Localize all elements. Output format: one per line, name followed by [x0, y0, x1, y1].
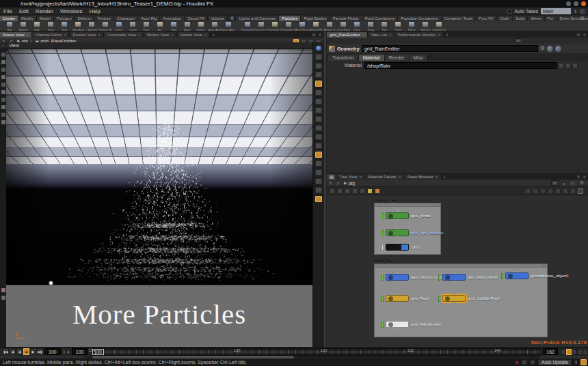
pane-tab[interactable]: Details View [177, 32, 210, 38]
network-path-context[interactable]: obj [348, 181, 354, 186]
shelf-tool[interactable]: Cone [350, 21, 364, 31]
shelf-tool[interactable]: Particles fr [282, 21, 295, 31]
shelf-tool[interactable]: Circle [126, 21, 139, 31]
node-body[interactable] [442, 295, 466, 302]
step-forward-icon[interactable]: ▶▮ [37, 348, 43, 355]
pane-tab[interactable]: Scene View [0, 32, 32, 38]
pane-maximize-icon[interactable] [576, 33, 580, 37]
handles-icon[interactable] [315, 98, 322, 104]
network-node[interactable]: geo_portal [382, 212, 430, 219]
hand-icon[interactable] [1, 60, 5, 64]
shelf-tool[interactable]: Attract Wi [309, 21, 323, 31]
close-tab-icon[interactable] [399, 175, 401, 179]
nav-back-icon[interactable]: ↰ [327, 181, 334, 186]
param-tab[interactable]: Misc [410, 55, 428, 61]
pane-menu-icon[interactable] [318, 33, 322, 37]
network-node[interactable]: grid_ColliderRoof [438, 295, 499, 302]
auto-update-spinner-icon[interactable]: ⇕ [574, 360, 578, 365]
network-node[interactable]: grid_RainEmitter [382, 321, 442, 328]
close-button[interactable] [581, 1, 586, 6]
pane-tab[interactable]: Asset Browser [404, 174, 441, 180]
shelf-tool[interactable]: L-System [85, 21, 98, 31]
flipbook-icon[interactable] [315, 196, 322, 202]
path-dropdown-icon[interactable]: ▾ [551, 180, 559, 186]
pane-menu-icon[interactable] [583, 175, 587, 179]
shelf-tool[interactable]: Metaball [71, 21, 85, 31]
node-body[interactable] [386, 244, 409, 251]
new-tab-icon[interactable]: + [442, 175, 449, 180]
frame-start-field[interactable]: 100 [44, 348, 61, 355]
node-name-field[interactable]: grid_RainEmitter [362, 45, 538, 52]
shelf-tab[interactable]: Fur [545, 16, 557, 21]
menu-item[interactable]: Help [85, 8, 103, 14]
display-flag-icon[interactable] [337, 188, 343, 194]
pane-dropdown-icon[interactable]: ▾ [514, 38, 522, 43]
shelf-tab[interactable]: Particles [279, 16, 301, 21]
shelf-tab[interactable]: Container Tools [442, 16, 477, 21]
take-selector[interactable]: Main [541, 8, 571, 14]
pin-button[interactable] [555, 46, 561, 52]
pane-tab[interactable]: Render View [70, 32, 104, 38]
new-tab-icon[interactable]: + [210, 33, 217, 38]
close-tab-icon[interactable] [64, 33, 67, 37]
collapse-caret-icon[interactable]: ◃ [1, 43, 3, 48]
close-tab-icon[interactable] [98, 33, 101, 37]
shelf-tool[interactable]: Curve Force [336, 21, 350, 31]
pointer-icon[interactable] [1, 53, 5, 57]
layout-icon[interactable] [548, 188, 553, 194]
shelf-tool[interactable]: Bone [181, 21, 194, 31]
shelf-tab[interactable]: Lights and Cameras [236, 16, 279, 21]
current-frame-field[interactable]: 100 [72, 348, 88, 355]
shelf-tool[interactable]: Attract to [323, 21, 336, 31]
shelf-tool[interactable]: Force [405, 21, 418, 31]
screenshot-icon[interactable] [563, 188, 568, 194]
shelf-tool[interactable]: Gestur [194, 21, 208, 31]
close-tab-icon[interactable] [436, 175, 438, 179]
shelf-tool[interactable]: Point [391, 21, 405, 31]
audio-toggle-icon[interactable] [572, 349, 577, 355]
measure-icon[interactable] [1, 90, 5, 94]
minimize-button[interactable] [566, 1, 571, 6]
shelf-tool[interactable]: Particles fr [268, 21, 282, 31]
shelf-tab[interactable]: Create [0, 16, 18, 21]
zoom-icon[interactable] [1, 68, 5, 72]
close-tab-icon[interactable] [360, 175, 362, 179]
shelf-tool[interactable]: Grid [57, 21, 71, 31]
shelf-tab[interactable]: Rigid Bodies [301, 16, 330, 21]
scale-icon[interactable] [315, 81, 322, 87]
node-display-flag[interactable] [382, 213, 384, 219]
close-tab-icon[interactable] [389, 33, 392, 37]
shelf-tool[interactable]: Particles fr [254, 21, 268, 31]
node-display-flag[interactable] [382, 230, 384, 236]
pane-tab[interactable]: Take List [368, 32, 395, 38]
shelf-tool[interactable]: Drag [364, 21, 377, 31]
shelf-tab[interactable]: Auto Rig [138, 16, 160, 21]
shelf-tab[interactable]: Cloth [497, 16, 513, 21]
points-icon[interactable] [315, 143, 322, 149]
timeline-ruler[interactable]: 100 108120132144156 [92, 348, 542, 356]
translate-icon[interactable] [315, 63, 322, 69]
network-node[interactable]: geo_BedCollider [438, 274, 498, 281]
select-icon[interactable] [315, 54, 322, 60]
network-node[interactable]: groundplane_object1 [501, 272, 569, 279]
material-clear-icon[interactable] [572, 63, 578, 68]
node-display-flag[interactable] [382, 322, 384, 328]
node-body[interactable] [386, 321, 409, 328]
grid-snap-icon[interactable] [555, 188, 561, 194]
history-icon[interactable] [570, 181, 575, 186]
shelf-tab[interactable]: Character [114, 16, 138, 21]
play-reverse-icon[interactable]: ◀ [16, 348, 23, 355]
node-body[interactable] [386, 229, 409, 236]
realtime-toggle-icon[interactable] [561, 349, 566, 355]
shade-icon[interactable] [315, 116, 322, 122]
node-display-flag[interactable] [501, 273, 503, 279]
jump-to-start-icon[interactable]: ▮◀ [3, 348, 9, 355]
shelf-tool[interactable]: Axis Force [295, 21, 309, 31]
sim-toggle-icon[interactable] [566, 349, 572, 355]
node-body[interactable] [386, 295, 409, 302]
node-display-flag[interactable] [382, 274, 384, 281]
node-body[interactable] [505, 272, 529, 279]
handle-icon[interactable] [1, 113, 5, 117]
menu-item[interactable]: Render [32, 8, 57, 14]
node-display-flag[interactable] [382, 296, 384, 302]
